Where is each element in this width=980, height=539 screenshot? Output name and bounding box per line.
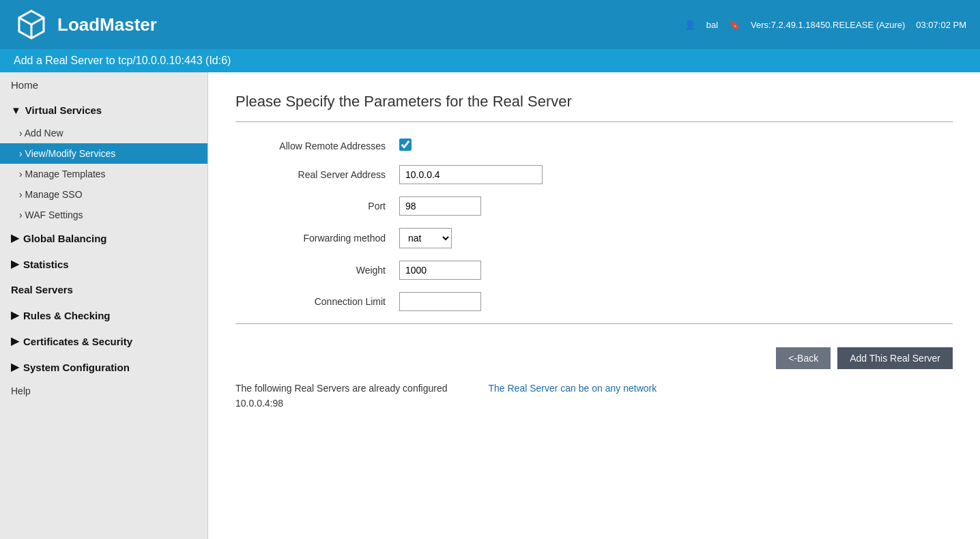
sidebar-section-global-balancing[interactable]: ▶ Global Balancing <box>0 225 207 251</box>
connection-limit-row: Connection Limit <box>235 292 953 311</box>
header: LoadMaster 👤 bal 🔖 Vers:7.2.49.1.18450.R… <box>0 0 980 72</box>
sidebar-section-system-config[interactable]: ▶ System Configuration <box>0 354 207 380</box>
sidebar-item-real-servers[interactable]: Real Servers <box>0 277 207 302</box>
port-row: Port <box>235 196 953 216</box>
sidebar-section-certificates[interactable]: ▶ Certificates & Security <box>0 328 207 354</box>
allow-remote-label: Allow Remote Addresses <box>235 141 399 151</box>
add-real-server-button[interactable]: Add This Real Server <box>837 347 953 369</box>
configured-title: The following Real Servers are already c… <box>235 383 448 394</box>
divider-top <box>235 121 953 122</box>
sidebar-item-add-new[interactable]: › Add New <box>0 123 207 143</box>
configured-servers-col: The following Real Servers are already c… <box>235 383 448 409</box>
stats-arrow-icon: ▶ <box>11 258 19 270</box>
real-server-address-row: Real Server Address <box>235 165 953 184</box>
username: bal <box>706 20 718 30</box>
port-label: Port <box>235 201 399 212</box>
cert-arrow-icon: ▶ <box>11 335 19 347</box>
sys-arrow-icon: ▶ <box>11 361 19 373</box>
allow-remote-checkbox[interactable] <box>399 139 412 151</box>
version-label: Vers:7.2.49.1.18450.RELEASE (Azure) <box>751 20 905 30</box>
sidebar-section-statistics[interactable]: ▶ Statistics <box>0 251 207 277</box>
header-top: LoadMaster 👤 bal 🔖 Vers:7.2.49.1.18450.R… <box>0 0 980 49</box>
port-input[interactable] <box>399 196 481 216</box>
sidebar-item-manage-sso[interactable]: › Manage SSO <box>0 184 207 205</box>
main-content: Please Specify the Parameters for the Re… <box>208 72 980 539</box>
real-server-address-input[interactable] <box>399 165 543 184</box>
divider-bottom <box>235 323 953 324</box>
network-note-col: The Real Server can be on any network <box>489 383 657 409</box>
port-control <box>399 196 481 216</box>
allow-remote-row: Allow Remote Addresses <box>235 139 953 153</box>
sidebar-section-virtual-services[interactable]: ▼ Virtual Services <box>0 98 207 123</box>
sidebar-item-waf-settings[interactable]: › WAF Settings <box>0 205 207 225</box>
header-subtitle: Add a Real Server to tcp/10.0.0.10:443 (… <box>0 49 980 72</box>
real-server-address-control <box>399 165 543 184</box>
info-section: The following Real Servers are already c… <box>235 383 953 409</box>
sidebar-item-home[interactable]: Home <box>0 72 207 98</box>
form-section-title: Please Specify the Parameters for the Re… <box>235 93 953 111</box>
network-note: The Real Server can be on any network <box>489 383 657 394</box>
sidebar: Home ▼ Virtual Services › Add New › View… <box>0 72 208 539</box>
bookmark-icon[interactable]: 🔖 <box>729 20 740 30</box>
connection-limit-input[interactable] <box>399 292 481 311</box>
header-right: 👤 bal 🔖 Vers:7.2.49.1.18450.RELEASE (Azu… <box>684 20 966 30</box>
sidebar-item-help[interactable]: Help <box>0 380 207 402</box>
connection-limit-control <box>399 292 481 311</box>
back-button[interactable]: <-Back <box>776 347 831 369</box>
gb-arrow-icon: ▶ <box>11 232 19 244</box>
sidebar-section-rules-checking[interactable]: ▶ Rules & Checking <box>0 302 207 328</box>
forwarding-method-control: nat route tunnel <box>399 228 452 248</box>
header-brand: LoadMaster <box>14 7 157 42</box>
forwarding-method-label: Forwarding method <box>235 233 399 244</box>
user-icon: 👤 <box>684 20 695 30</box>
configured-value: 10.0.0.4:98 <box>235 398 448 409</box>
forwarding-method-row: Forwarding method nat route tunnel <box>235 228 953 248</box>
rc-arrow-icon: ▶ <box>11 309 19 321</box>
button-row: <-Back Add This Real Server <box>235 340 953 369</box>
weight-label: Weight <box>235 265 399 276</box>
forwarding-method-select[interactable]: nat route tunnel <box>399 228 452 248</box>
real-server-address-label: Real Server Address <box>235 169 399 180</box>
kemp-logo <box>14 7 49 42</box>
weight-input[interactable] <box>399 261 481 280</box>
vs-arrow-icon: ▼ <box>11 104 21 116</box>
allow-remote-control <box>399 139 412 153</box>
weight-control <box>399 261 481 280</box>
time-label: 03:07:02 PM <box>916 20 966 30</box>
weight-row: Weight <box>235 261 953 280</box>
page-breadcrumb: Add a Real Server to tcp/10.0.0.10:443 (… <box>14 55 231 67</box>
connection-limit-label: Connection Limit <box>235 296 399 307</box>
layout: Home ▼ Virtual Services › Add New › View… <box>0 72 980 539</box>
real-server-form: Allow Remote Addresses Real Server Addre… <box>235 139 953 311</box>
sidebar-item-manage-templates[interactable]: › Manage Templates <box>0 164 207 184</box>
sidebar-item-view-modify[interactable]: › View/Modify Services <box>0 143 207 164</box>
app-title: LoadMaster <box>57 14 157 35</box>
